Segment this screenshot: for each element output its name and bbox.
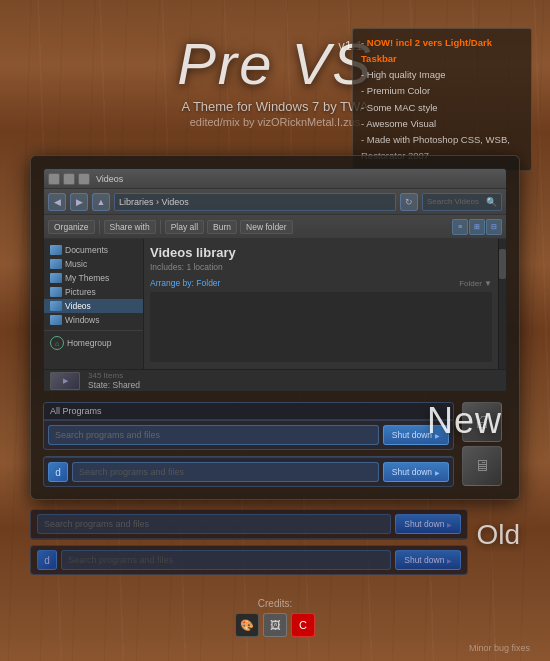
titlebar-text: Videos [96, 174, 502, 184]
new-label: New [427, 400, 502, 442]
folder-windows[interactable]: Windows [44, 313, 143, 327]
play-all-button[interactable]: Play all [165, 220, 204, 234]
organize-button[interactable]: Organize [48, 220, 95, 234]
folder-label: Pictures [65, 287, 96, 297]
search-input-1[interactable]: Search programs and files [48, 425, 379, 445]
folder-videos[interactable]: Videos [44, 299, 143, 313]
info-panel: - NOW! incl 2 vers Light/Dark Taskbar - … [352, 28, 532, 171]
old-shutdown-label-2: Shut down [404, 555, 444, 565]
old-row2: d Search programs and files Shut down [31, 546, 467, 574]
maximize-button[interactable] [63, 173, 75, 185]
address-text: Libraries › Videos [119, 197, 189, 207]
search-row-2: d Search programs and files Shut down [44, 457, 453, 486]
folder-label: Windows [65, 315, 99, 325]
scrollbar[interactable] [498, 239, 506, 369]
view-icons-button[interactable]: ⊞ [469, 219, 485, 235]
startmenu-panel-new: All Programs Search programs and files S… [43, 402, 454, 450]
credit-icon-1: 🎨 [235, 613, 259, 637]
actions-toolbar: Organize Share with Play all Burn New fo… [44, 215, 506, 239]
view-extra-button[interactable]: ⊟ [486, 219, 502, 235]
view-details-button[interactable]: ≡ [452, 219, 468, 235]
folder-pictures[interactable]: Pictures [44, 285, 143, 299]
address-bar[interactable]: Libraries › Videos [114, 193, 396, 211]
old-shutdown-label-1: Shut down [404, 519, 444, 529]
start-icon: d [48, 462, 68, 482]
state-label: State: Shared [88, 380, 140, 390]
old-search-input-1[interactable]: Search programs and files [37, 514, 391, 534]
up-button[interactable]: ▲ [92, 193, 110, 211]
folder-icon [50, 273, 62, 283]
shutdown-label-2: Shut down [392, 467, 432, 477]
folder-mythemes[interactable]: My Themes [44, 271, 143, 285]
new-startmenu: All Programs Search programs and files S… [43, 402, 454, 487]
credits-icons: 🎨 🖼 C [235, 613, 315, 637]
sidebar-divider [44, 330, 143, 331]
folder-icon [50, 315, 62, 325]
search-placeholder-2: Search programs and files [79, 467, 184, 477]
folder-label-right: Folder ▼ [459, 279, 492, 288]
old-shutdown-btn-2[interactable]: Shut down [395, 550, 461, 570]
folder-music[interactable]: Music [44, 257, 143, 271]
credit-icon-3: C [291, 613, 315, 637]
old-search-input-2[interactable]: Search programs and files [61, 550, 391, 570]
library-subtitle: Includes: 1 location [150, 262, 492, 272]
old-placeholder-2: Search programs and files [68, 555, 173, 565]
back-button[interactable]: ◀ [48, 193, 66, 211]
side-button-2[interactable]: 🖥 [462, 446, 502, 486]
refresh-button[interactable]: ↻ [400, 193, 418, 211]
search-placeholder-1: Search programs and files [55, 430, 160, 440]
explorer-main-content: Videos library Includes: 1 location Arra… [144, 239, 498, 369]
info-item-1: - High quality Image [361, 67, 523, 83]
folder-label: Documents [65, 245, 108, 255]
old-label-container: Old [476, 519, 520, 551]
explorer-content: Documents Music My Themes Pictures Video… [44, 239, 506, 369]
main-container: Videos ◀ ▶ ▲ Libraries › Videos ↻ Search… [30, 155, 520, 500]
info-item-4: - Awesome Visual [361, 116, 523, 132]
credits-label: Credits: [235, 598, 315, 609]
shutdown-label-1: Shut down [392, 430, 432, 440]
scroll-thumb[interactable] [499, 249, 506, 279]
window-controls [48, 173, 90, 185]
explorer-window: Videos ◀ ▶ ▲ Libraries › Videos ↻ Search… [43, 168, 507, 392]
old-label: Old [476, 519, 520, 551]
new-folder-button[interactable]: New folder [240, 220, 293, 234]
explorer-sidebar: Documents Music My Themes Pictures Video… [44, 239, 144, 369]
burn-button[interactable]: Burn [207, 220, 237, 234]
folder-icon [50, 245, 62, 255]
explorer-titlebar: Videos [44, 169, 506, 189]
shutdown-button-2[interactable]: Shut down [383, 462, 449, 482]
search-row-1: Search programs and files Shut down [44, 420, 453, 449]
homegroup-item[interactable]: ⌂ Homegroup [44, 334, 143, 352]
folder-label: Music [65, 259, 87, 269]
explorer-status: ▶ 345 Items State: Shared [44, 369, 506, 391]
old-startmenu-panels: Search programs and files Shut down d Se… [30, 509, 468, 581]
info-item-3: - Some MAC style [361, 100, 523, 116]
search-placeholder: Search Videos [427, 197, 479, 206]
credit-icon-2: 🖼 [263, 613, 287, 637]
old-shutdown-btn-1[interactable]: Shut down [395, 514, 461, 534]
info-item-2: - Premium Color [361, 83, 523, 99]
credits-section: Credits: 🎨 🖼 C [235, 598, 315, 637]
close-button[interactable] [78, 173, 90, 185]
minor-bugfix: Minor bug fixes [469, 643, 530, 653]
view-buttons: ≡ ⊞ ⊟ [452, 219, 502, 235]
minimize-button[interactable] [48, 173, 60, 185]
address-toolbar: ◀ ▶ ▲ Libraries › Videos ↻ Search Videos… [44, 189, 506, 215]
folder-label: My Themes [65, 273, 109, 283]
folder-label: Videos [65, 301, 91, 311]
folder-documents[interactable]: Documents [44, 243, 143, 257]
old-placeholder-1: Search programs and files [44, 519, 149, 529]
forward-button[interactable]: ▶ [70, 193, 88, 211]
folder-icon [50, 287, 62, 297]
info-item-5: - Made with Photoshop CSS, WSB, [361, 132, 523, 148]
search-input-2[interactable]: Search programs and files [72, 462, 379, 482]
old-search-row-1: Search programs and files Shut down [31, 510, 467, 539]
arrange-bar: Arrange by: Folder Folder ▼ [150, 278, 492, 288]
old-panel-2: d Search programs and files Shut down [30, 545, 468, 575]
homegroup-label: Homegroup [67, 338, 111, 348]
separator2 [160, 220, 161, 234]
old-panel-1: Search programs and files Shut down [30, 509, 468, 540]
search-bar[interactable]: Search Videos 🔍 [422, 193, 502, 211]
folder-icon [50, 259, 62, 269]
share-with-button[interactable]: Share with [104, 220, 156, 234]
